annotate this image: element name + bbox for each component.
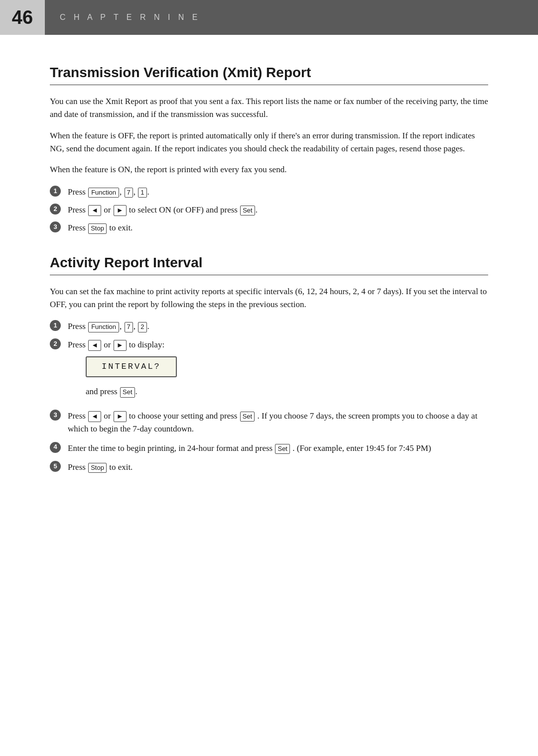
key-7-s1: 7 [125,188,133,198]
section1-steps: 1 Press Function, 7, 1. 2 Press ◄ [50,186,488,235]
s2-step5-press: Press [68,462,86,472]
step2-text: to select ON (or OFF) and press [129,205,240,215]
left-arrow-s1s2: ◄ [88,205,101,216]
set-key-s2s4: Set [275,444,290,454]
s2-step1-number: 1 [50,320,68,331]
section-transmission: Transmission Verification (Xmit) Report … [50,65,488,235]
section1-step2: 2 Press ◄ or ► to select ON (or OFF) and… [50,204,488,216]
section2-steps: 1 Press Function, 7, 2. 2 Press ◄ [50,320,488,474]
section2-rule [50,275,488,275]
section2-step4: 4 Enter the time to begin printing, in 2… [50,442,488,455]
step3-content: Press Stop to exit. [68,221,488,234]
section1-para2: When the feature is OFF, the report is p… [50,129,488,156]
s2-step3-or: or [104,411,113,421]
s2-step4-text2: . (For example, enter 19:45 for 7:45 PM) [292,443,431,453]
main-content: Transmission Verification (Xmit) Report … [0,35,538,523]
set-key-s2s3: Set [240,412,255,422]
and-press-set: and press Set. [86,385,488,398]
s2-step2-content: Press ◄ or ► to display: INTERVAL? and p… [68,338,488,404]
left-arrow-s2s2: ◄ [88,340,101,351]
step3-number: 3 [50,221,68,232]
section2-para1: You can set the fax machine to print act… [50,285,488,312]
right-arrow-s2s2: ► [114,340,127,351]
s2-step4-content: Enter the time to begin printing, in 24-… [68,442,488,455]
section-activity: Activity Report Interval You can set the… [50,255,488,474]
section1-rule [50,85,488,85]
step2-number: 2 [50,204,68,215]
section2-title: Activity Report Interval [50,255,488,271]
and-press-text: and press [86,387,120,396]
page-number-box: 46 [0,0,45,35]
section1-para3: When the feature is ON, the report is pr… [50,163,488,176]
s2-step4-number: 4 [50,442,68,453]
s2-step1-content: Press Function, 7, 2. [68,320,488,333]
right-arrow-s1s2: ► [114,205,127,216]
step2-or: or [104,205,111,215]
set-key-s2s2b: Set [120,387,135,397]
s2-step5-text: to exit. [109,462,133,472]
step1-content: Press Function, 7, 1. [68,186,488,199]
s2-step2-or: or [104,340,113,349]
header-bar: 46 C H A P T E R N I N E [0,0,538,35]
step2-content: Press ◄ or ► to select ON (or OFF) and p… [68,204,488,216]
page-number: 46 [12,7,33,28]
s2-step2-press: Press [68,340,86,349]
section2-step1: 1 Press Function, 7, 2. [50,320,488,333]
section1-para1: You can use the Xmit Report as proof tha… [50,95,488,121]
function-key: Function [88,188,119,198]
section1-step1: 1 Press Function, 7, 1. [50,186,488,199]
s2-step5-content: Press Stop to exit. [68,461,488,474]
section2-step3: 3 Press ◄ or ► to choose your setting an… [50,410,488,436]
lcd-display: INTERVAL? [86,356,177,377]
s2-step5-number: 5 [50,461,68,472]
section1-step3: 3 Press Stop to exit. [50,221,488,234]
s2-step3-press: Press [68,411,86,421]
chapter-label: C H A P T E R N I N E [60,13,201,22]
section2-step5: 5 Press Stop to exit. [50,461,488,474]
step1-number: 1 [50,186,68,197]
s2-step3-number: 3 [50,410,68,421]
section2-step2: 2 Press ◄ or ► to display: INTERVAL? and… [50,338,488,404]
s2-step3-content: Press ◄ or ► to choose your setting and … [68,410,488,436]
s2-step3-text: to choose your setting and press [129,411,240,421]
s2-step4-text: Enter the time to begin printing, in 24-… [68,443,274,453]
step2-press: Press [68,205,86,215]
key-7-s2: 7 [125,322,133,332]
left-arrow-s2s3: ◄ [88,411,101,422]
s2-step2-number: 2 [50,338,68,349]
stop-key-s1s3: Stop [88,223,107,233]
right-arrow-s2s3: ► [114,411,127,422]
step1-press: Press [68,187,86,197]
s2-step2-text: to display: [129,340,164,349]
section1-title: Transmission Verification (Xmit) Report [50,65,488,81]
key-2-s2: 2 [138,322,146,332]
step3-text: to exit. [109,223,133,232]
set-key-s1s2: Set [240,206,255,216]
page: 46 C H A P T E R N I N E Transmission Ve… [0,0,538,756]
step3-press: Press [68,223,86,232]
s2-step1-press: Press [68,322,86,331]
stop-key-s2s5: Stop [88,463,107,473]
key-1-s1: 1 [138,188,146,198]
function-key-s2s1: Function [88,322,119,332]
